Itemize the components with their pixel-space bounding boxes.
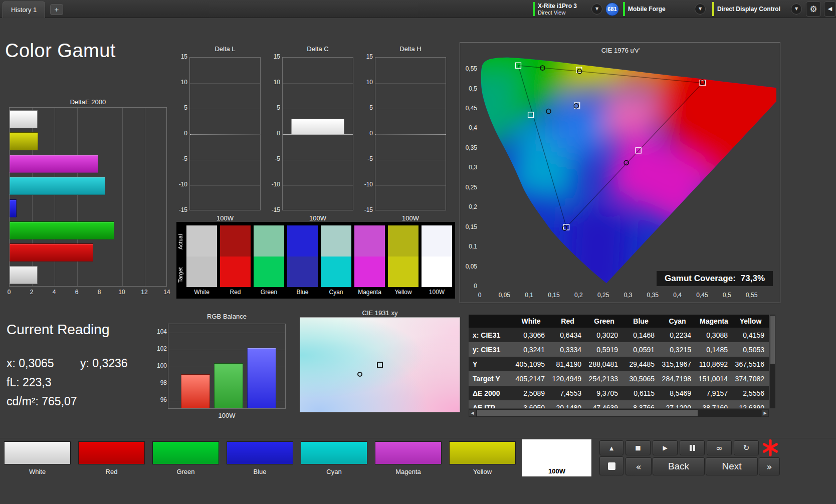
pattern-button-yellow[interactable]: Yellow	[449, 441, 516, 475]
deltae-bar-cyan	[10, 177, 105, 195]
gridline	[145, 108, 145, 286]
pattern-swatch	[375, 441, 442, 464]
pattern-button-magenta[interactable]: Magenta	[375, 441, 442, 475]
pattern-window-button[interactable]	[599, 456, 623, 475]
source-selector[interactable]: Mobile Forge	[623, 2, 666, 17]
x-tick-label: 0,3	[624, 292, 633, 299]
measured-marker-white	[357, 372, 362, 377]
play-icon: ▶	[663, 444, 667, 451]
y-tick-label: -15	[171, 206, 187, 213]
delta-x-label: 100W	[375, 214, 446, 222]
y-tick-label: -10	[171, 181, 187, 188]
delta-chart-title: Delta H	[375, 45, 446, 53]
target-row-label: Target	[177, 259, 184, 291]
refresh-button[interactable]: ↻	[734, 440, 759, 455]
gridline	[283, 109, 353, 109]
source-status-bar	[623, 2, 625, 16]
table-cell: 81,4190	[549, 357, 586, 371]
pattern-button-cyan[interactable]: Cyan	[301, 441, 367, 475]
gridline	[190, 109, 260, 109]
pattern-button-100w[interactable]: 100W	[522, 439, 591, 476]
current-reading-heading: Current Reading	[7, 322, 109, 338]
actual-swatch	[388, 225, 419, 257]
y-tick-label: 0,1	[461, 243, 477, 250]
delta-chart-title: Delta L	[189, 45, 261, 53]
deltae-bar-yellow	[10, 132, 38, 150]
row-label: y: CIE31	[469, 342, 513, 357]
pause-button[interactable]	[680, 440, 705, 455]
pattern-swatch	[227, 441, 293, 464]
pattern-button-red[interactable]: Red	[78, 441, 145, 475]
play-button[interactable]: ▶	[653, 440, 678, 455]
pattern-swatch	[4, 441, 71, 464]
table-cell: 288,0481	[586, 357, 622, 371]
delta-plot	[282, 57, 353, 210]
pattern-label: Red	[78, 468, 145, 475]
pattern-label: White	[4, 468, 71, 475]
y-tick-label: 104	[151, 328, 167, 335]
collapse-panel-icon[interactable]: ◀	[824, 2, 836, 17]
rgb-balance-title: RGB Balance	[168, 313, 286, 320]
table-cell: 284,7198	[659, 371, 696, 386]
stop-button[interactable]: ■	[625, 440, 651, 455]
pattern-up-button[interactable]: ▲	[599, 440, 623, 455]
table-cell: 20,1480	[549, 400, 586, 408]
column-header-blue: Blue	[622, 315, 659, 328]
table-cell: 367,5516	[732, 357, 769, 371]
source-dropdown-icon[interactable]: ▼	[695, 4, 706, 15]
last-pattern-button[interactable]: »	[759, 457, 780, 475]
y-tick-label: 0,05	[461, 263, 477, 270]
table-vertical-scrollbar[interactable]	[770, 315, 775, 408]
x-tick-label: 0	[8, 289, 11, 296]
y-tick-label: 0	[357, 130, 373, 137]
swatch-column-white: White	[186, 225, 217, 297]
display-control-selector[interactable]: Direct Display Control	[712, 2, 780, 17]
actual-swatch	[254, 225, 284, 257]
display-dropdown-icon[interactable]: ▼	[791, 4, 802, 15]
vertical-scroll-thumb[interactable]	[770, 316, 775, 364]
table-horizontal-scrollbar[interactable]: ◀ ▶	[469, 409, 769, 417]
y-tick-label: -15	[264, 206, 280, 213]
gamut-coverage-readout: Gamut Coverage:73,3%	[657, 271, 773, 286]
scroll-left-icon[interactable]: ◀	[469, 409, 476, 417]
gridline	[375, 109, 446, 109]
y-tick-label: 0,5	[461, 85, 477, 92]
first-pattern-button[interactable]: «	[625, 457, 652, 475]
alert-asterisk-icon	[761, 438, 781, 458]
gridline	[375, 83, 446, 84]
rgb-bar-blue	[247, 348, 276, 408]
horizontal-scroll-thumb[interactable]	[477, 410, 698, 416]
row-label: Y	[469, 357, 513, 371]
pattern-button-blue[interactable]: Blue	[227, 441, 293, 475]
x-tick-label: 0,5	[723, 292, 731, 299]
meter-selector[interactable]: X-Rite i1Pro 3 Direct View	[533, 2, 577, 17]
next-button[interactable]: Next	[706, 457, 758, 475]
table-cell: 27,1200	[659, 400, 696, 408]
swatch-label: Green	[254, 289, 284, 296]
zero-line	[190, 134, 260, 135]
infinity-loop-icon: ∞	[716, 443, 722, 453]
new-tab-button[interactable]: +	[50, 4, 63, 15]
actual-row-label: Actual	[177, 226, 184, 258]
deltae-bar-blue	[10, 199, 17, 217]
y-tick-label: 15	[357, 53, 373, 60]
delta-x-label: 100W	[189, 214, 261, 222]
back-button[interactable]: Back	[653, 457, 705, 475]
stop-icon: ■	[635, 444, 641, 451]
y-tick-label: 0	[461, 283, 477, 290]
swatch-column-cyan: Cyan	[321, 225, 351, 297]
column-header-magenta: Magenta	[696, 315, 732, 328]
y-tick-label: 0,4	[461, 124, 477, 131]
meter-dropdown-icon[interactable]: ▼	[591, 4, 602, 15]
target-marker-white	[377, 362, 383, 368]
scroll-right-icon[interactable]: ▶	[761, 409, 769, 417]
table-row: Y405,109581,4190288,048129,4485315,19671…	[469, 357, 769, 371]
target-swatch	[287, 257, 318, 287]
settings-gear-icon[interactable]: ⚙	[806, 2, 821, 17]
history-tab[interactable]: History 1	[3, 2, 45, 18]
pattern-button-white[interactable]: White	[4, 441, 71, 475]
loop-button[interactable]: ∞	[707, 440, 732, 455]
x-tick-label: 0,25	[597, 292, 609, 299]
pattern-button-green[interactable]: Green	[152, 441, 219, 475]
pattern-label: Yellow	[449, 468, 516, 475]
